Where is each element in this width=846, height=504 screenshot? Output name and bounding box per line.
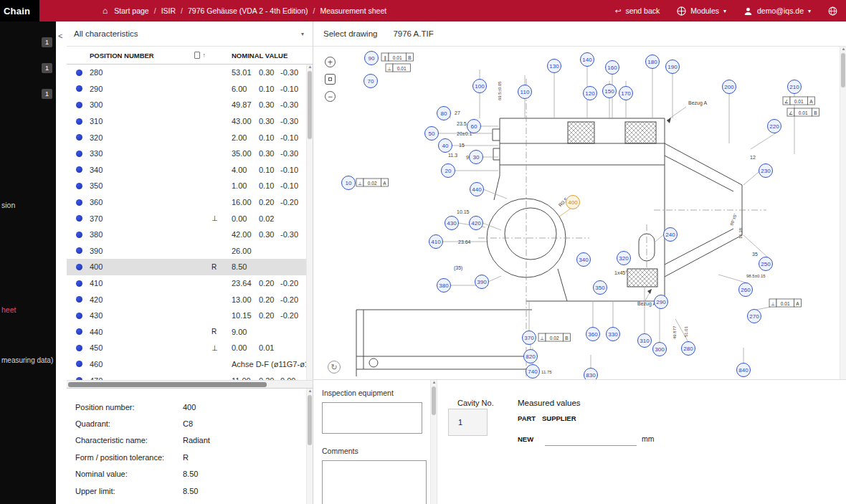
details-scrollbar[interactable]: ▲ bbox=[306, 389, 313, 504]
balloon-200[interactable]: 200 bbox=[723, 80, 736, 94]
table-row-340[interactable]: 3404.000.10-0.10 bbox=[67, 162, 313, 179]
table-row-280[interactable]: 28053.010.30-0.30 bbox=[67, 65, 313, 81]
balloon-130[interactable]: 130 bbox=[548, 60, 561, 73]
scrollbar-thumb[interactable] bbox=[308, 71, 312, 139]
scroll-up-icon[interactable]: ▲ bbox=[308, 389, 313, 393]
balloon-80[interactable]: 80 bbox=[437, 107, 451, 120]
user-menu[interactable]: demo@iqs.de ▾ bbox=[743, 6, 811, 16]
balloon-180[interactable]: 180 bbox=[646, 55, 660, 69]
balloon-430[interactable]: 430 bbox=[445, 217, 459, 230]
balloon-360[interactable]: 360 bbox=[586, 328, 600, 341]
document-icon[interactable] bbox=[194, 52, 200, 59]
balloon-420[interactable]: 420 bbox=[470, 217, 483, 230]
balloon-390[interactable]: 390 bbox=[475, 275, 489, 289]
balloon-190[interactable]: 190 bbox=[666, 60, 680, 74]
balloon-160[interactable]: 160 bbox=[606, 61, 619, 75]
balloon-830[interactable]: 830 bbox=[584, 369, 598, 381]
table-scrollbar[interactable]: ▲ bbox=[306, 65, 313, 380]
balloon-60[interactable]: 60 bbox=[467, 120, 481, 133]
cavity-number-field[interactable]: 1 bbox=[448, 409, 488, 436]
balloon-120[interactable]: 120 bbox=[584, 87, 597, 100]
balloon-40[interactable]: 40 bbox=[439, 139, 452, 153]
scrollbar-thumb[interactable] bbox=[841, 53, 845, 87]
balloon-300[interactable]: 300 bbox=[653, 343, 667, 356]
balloon-330[interactable]: 330 bbox=[607, 328, 620, 341]
zoom-out-button[interactable]: − bbox=[325, 91, 336, 102]
balloon-400[interactable]: 400 bbox=[566, 196, 580, 209]
balloon-410[interactable]: 410 bbox=[429, 235, 443, 249]
balloon-90[interactable]: 90 bbox=[365, 52, 379, 65]
language-globe-icon[interactable] bbox=[828, 6, 837, 16]
balloon-150[interactable]: 150 bbox=[603, 85, 617, 98]
breadcrumb-item[interactable]: Measurement sheet bbox=[320, 6, 386, 15]
scroll-up-icon[interactable]: ▲ bbox=[308, 65, 313, 69]
balloon-340[interactable]: 340 bbox=[577, 253, 591, 267]
table-row-380[interactable]: 38042.000.30-0.30 bbox=[67, 227, 313, 243]
collapse-sidebar-button[interactable]: < bbox=[58, 32, 62, 40]
balloon-270[interactable]: 270 bbox=[748, 310, 761, 323]
balloon-250[interactable]: 250 bbox=[759, 257, 773, 271]
balloon-310[interactable]: 310 bbox=[638, 334, 652, 348]
comments-input[interactable] bbox=[322, 460, 427, 504]
table-horizontal-scrollbar[interactable] bbox=[67, 380, 313, 388]
breadcrumb-item[interactable]: Start page bbox=[114, 6, 148, 15]
table-row-350[interactable]: 3501.000.10-0.10 bbox=[67, 178, 313, 194]
balloon-740[interactable]: 740 bbox=[526, 365, 540, 379]
table-row-370[interactable]: 370⊥0.000.02 bbox=[67, 210, 313, 227]
table-row-420[interactable]: 42013.000.20-0.20 bbox=[67, 291, 313, 308]
balloon-170[interactable]: 170 bbox=[619, 87, 633, 100]
column-position-number[interactable]: POSITION NUMBER bbox=[90, 52, 154, 60]
scrollbar-thumb[interactable] bbox=[68, 382, 267, 387]
inspection-equipment-input[interactable] bbox=[322, 402, 422, 434]
scroll-up-icon[interactable]: ▲ bbox=[432, 380, 437, 384]
zoom-in-button[interactable]: + bbox=[325, 57, 336, 67]
modules-menu[interactable]: Modules ▾ bbox=[677, 6, 726, 16]
balloon-290[interactable]: 290 bbox=[655, 295, 668, 309]
sidebar-item[interactable]: heet bbox=[1, 305, 56, 314]
table-row-410[interactable]: 41023.640.20-0.20 bbox=[67, 275, 313, 292]
table-row-460[interactable]: 460Achse D-F (ø11G7-ø1 bbox=[67, 356, 313, 373]
balloon-350[interactable]: 350 bbox=[594, 281, 607, 295]
scrollbar-thumb[interactable] bbox=[308, 395, 312, 445]
column-nominal-value[interactable]: NOMINAL VALUE bbox=[212, 52, 313, 60]
drawing-canvas[interactable]: + − bbox=[313, 47, 846, 380]
balloon-380[interactable]: 380 bbox=[437, 279, 451, 293]
characteristics-filter-dropdown[interactable]: All characteristics ▾ bbox=[67, 22, 313, 47]
balloon-10[interactable]: 10 bbox=[342, 176, 356, 190]
balloon-100[interactable]: 100 bbox=[473, 80, 487, 93]
balloon-50[interactable]: 50 bbox=[425, 127, 439, 141]
table-row-400[interactable]: 400R8.50 bbox=[67, 259, 313, 275]
table-row-440[interactable]: 440R9.00 bbox=[67, 324, 313, 341]
balloon-820[interactable]: 820 bbox=[524, 350, 538, 363]
sidebar-badge[interactable]: 1 bbox=[42, 37, 52, 47]
drawing-file-name[interactable]: 7976 A.TIF bbox=[393, 29, 433, 38]
fit-to-screen-button[interactable] bbox=[325, 74, 336, 85]
balloon-210[interactable]: 210 bbox=[788, 80, 802, 94]
table-row-320[interactable]: 3202.000.10-0.10 bbox=[67, 129, 313, 146]
balloon-140[interactable]: 140 bbox=[581, 53, 594, 67]
table-row-330[interactable]: 33035.000.30-0.30 bbox=[67, 146, 313, 162]
balloon-30[interactable]: 30 bbox=[470, 151, 483, 164]
table-row-360[interactable]: 36016.000.20-0.20 bbox=[67, 194, 313, 211]
sidebar-item[interactable]: measuring data) bbox=[1, 356, 56, 364]
table-row-430[interactable]: 43010.150.20-0.20 bbox=[67, 308, 313, 324]
scroll-up-icon[interactable]: ▲ bbox=[841, 47, 846, 51]
sidebar-badge[interactable]: 1 bbox=[42, 63, 52, 73]
table-row-450[interactable]: 450⊥0.000.01 bbox=[67, 340, 313, 356]
balloon-260[interactable]: 260 bbox=[739, 283, 753, 297]
table-row-290[interactable]: 2906.000.10-0.10 bbox=[67, 81, 313, 98]
sidebar-item[interactable]: sion bbox=[1, 201, 56, 209]
balloon-110[interactable]: 110 bbox=[518, 85, 532, 99]
send-back-button[interactable]: ↩ send back bbox=[615, 6, 660, 15]
scrollbar-thumb[interactable] bbox=[432, 386, 436, 415]
table-row-310[interactable]: 31043.000.30-0.30 bbox=[67, 113, 313, 130]
balloon-70[interactable]: 70 bbox=[364, 75, 378, 88]
balloon-220[interactable]: 220 bbox=[768, 120, 781, 133]
table-row-300[interactable]: 30049.870.30-0.30 bbox=[67, 97, 313, 113]
balloon-370[interactable]: 370 bbox=[523, 331, 536, 345]
table-row-390[interactable]: 39026.00 bbox=[67, 243, 313, 260]
balloon-240[interactable]: 240 bbox=[664, 228, 678, 242]
home-icon[interactable]: ⌂ bbox=[103, 6, 108, 16]
table-row-470[interactable]: 47011.000.200.00 bbox=[67, 372, 313, 380]
balloon-230[interactable]: 230 bbox=[759, 164, 773, 178]
